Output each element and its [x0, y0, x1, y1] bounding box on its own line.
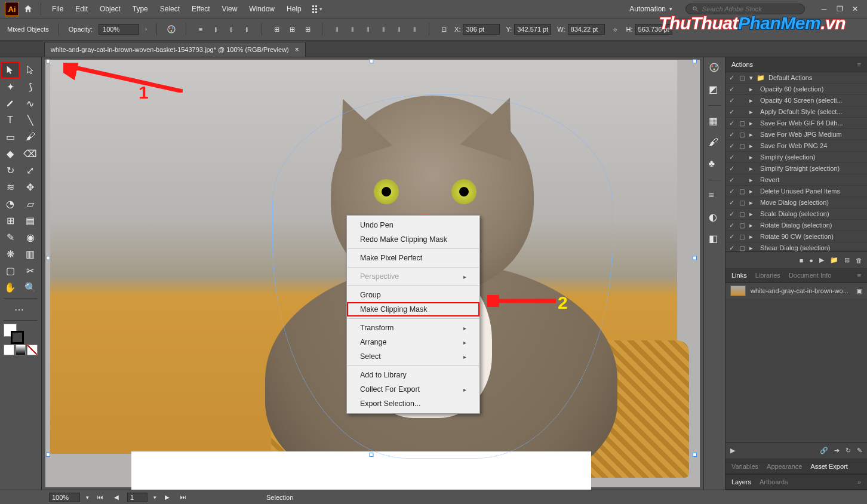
tab-libraries[interactable]: Libraries [755, 272, 780, 279]
app-logo[interactable]: Ai [5, 2, 19, 16]
tab-variables[interactable]: Variables [731, 463, 758, 470]
type-tool[interactable]: T [1, 112, 19, 128]
action-row[interactable]: ✓▸Opacity 40 Screen (selecti... [725, 95, 867, 106]
transparency-panel-icon[interactable]: ◧ [709, 233, 721, 245]
action-set-row[interactable]: ✓▢ ▾📁 Default Actions [725, 72, 867, 84]
ref-point-icon[interactable]: ⊡ [439, 24, 448, 34]
w-input[interactable] [568, 24, 605, 35]
shape-builder-tool[interactable]: ◔ [1, 196, 19, 211]
align-icon[interactable]: ⫿ [227, 24, 236, 34]
column-graph-tool[interactable]: ▥ [21, 246, 39, 262]
action-row[interactable]: ✓▢▸Rotate Dialog (selection) [725, 220, 867, 231]
x-input[interactable] [463, 24, 500, 35]
align-icon[interactable]: ⫿ [242, 24, 252, 34]
menu-help[interactable]: Help [282, 2, 306, 16]
menu-type[interactable]: Type [128, 2, 153, 16]
close-button[interactable]: ✕ [848, 3, 862, 15]
link-row[interactable]: white-and-gray-cat-in-brown-wo... ▣ [725, 283, 867, 299]
action-row[interactable]: ✓▢▸Move Dialog (selection) [725, 197, 867, 208]
search-input[interactable] [702, 5, 798, 13]
color-panel-icon[interactable] [709, 62, 721, 74]
ctx-add-library[interactable]: Add to Library [347, 368, 479, 382]
line-tool[interactable]: ╲ [21, 112, 39, 128]
action-row[interactable]: ✓▢▸Delete Unused Panel Items [725, 186, 867, 197]
slice-tool[interactable]: ✂ [21, 263, 39, 278]
color-guide-icon[interactable]: ◩ [709, 84, 721, 96]
artboard-tool[interactable]: ▢ [1, 263, 19, 278]
home-icon[interactable] [21, 2, 35, 16]
recolor-icon[interactable] [167, 24, 176, 34]
h-input[interactable] [635, 24, 672, 35]
direct-selection-tool[interactable] [21, 62, 39, 78]
eraser-tool[interactable]: ⌫ [21, 146, 39, 161]
tab-links[interactable]: Links [731, 272, 747, 279]
tab-asset-export[interactable]: Asset Export [810, 463, 847, 470]
action-row[interactable]: ✓▢▸Save For Web GIF 64 Dith... [725, 118, 867, 129]
gradient-panel-icon[interactable]: ◐ [709, 211, 721, 223]
menu-view[interactable]: View [217, 2, 242, 16]
tab-artboards[interactable]: Artboards [760, 478, 788, 485]
align-icon[interactable]: ≡ [196, 24, 205, 34]
actions-list[interactable]: ✓▢ ▾📁 Default Actions ✓▸Opacity 60 (sele… [725, 72, 867, 251]
distribute-icon[interactable]: ⫴ [410, 24, 419, 34]
pen-tool[interactable] [1, 96, 19, 111]
ctx-select[interactable]: Select▸ [347, 349, 479, 364]
edit-original-icon[interactable]: ✎ [857, 447, 862, 454]
ctx-transform[interactable]: Transform▸ [347, 321, 479, 335]
align-icon[interactable]: ⊞ [272, 24, 281, 34]
search-stock[interactable] [685, 4, 805, 14]
link-wh-icon[interactable]: ⟐ [611, 24, 620, 34]
zoom-input[interactable] [49, 493, 80, 502]
shaper-tool[interactable]: ◆ [1, 146, 19, 161]
align-icon[interactable]: ⊞ [287, 24, 297, 34]
blend-tool[interactable]: ◉ [21, 229, 39, 245]
symbols-panel-icon[interactable]: ♣ [709, 158, 721, 170]
ctx-group[interactable]: Group [347, 288, 479, 302]
width-tool[interactable]: ≋ [1, 179, 19, 195]
tab-document-info[interactable]: Document Info [789, 272, 832, 279]
document-tab[interactable]: white-and-gray-cat-in-brown-woven-basket… [44, 42, 306, 57]
distribute-icon[interactable]: ⫴ [363, 24, 373, 34]
ctx-arrange[interactable]: Arrange▸ [347, 335, 479, 349]
y-input[interactable] [514, 24, 551, 35]
menu-edit[interactable]: Edit [70, 2, 93, 16]
rotate-tool[interactable]: ↻ [1, 162, 19, 178]
prev-artboard-icon[interactable]: ◀ [112, 494, 121, 500]
align-icon[interactable]: ⊞ [303, 24, 312, 34]
action-row[interactable]: ✓▸Simplify (selection) [725, 152, 867, 163]
none-swatch[interactable] [27, 345, 38, 355]
action-row[interactable]: ✓▢▸Shear Dialog (selection) [725, 242, 867, 251]
menu-object[interactable]: Object [95, 2, 125, 16]
chevron-right-icon[interactable]: › [145, 26, 147, 32]
action-row[interactable]: ✓▸Simplify Straight (selection) [725, 163, 867, 174]
new-set-icon[interactable]: 📁 [830, 256, 838, 264]
brushes-panel-icon[interactable]: 🖌 [709, 137, 721, 149]
selection-tool[interactable] [1, 62, 19, 78]
eyedropper-tool[interactable]: ✎ [1, 229, 19, 245]
scale-tool[interactable]: ⤢ [21, 162, 39, 178]
gradient-swatch[interactable] [16, 345, 26, 355]
color-mode-swatches[interactable] [0, 343, 41, 357]
chevron-down-icon[interactable]: ▾ [319, 6, 322, 12]
mesh-tool[interactable]: ⊞ [1, 213, 19, 228]
stroke-panel-icon[interactable]: ≡ [709, 190, 721, 202]
curvature-tool[interactable]: ∿ [21, 96, 39, 111]
delete-icon[interactable]: 🗑 [856, 257, 862, 264]
action-row[interactable]: ✓▸Opacity 60 (selection) [725, 84, 867, 95]
action-row[interactable]: ✓▢▸Save For Web JPG Medium [725, 129, 867, 140]
fill-swatch[interactable] [4, 345, 14, 355]
zoom-tool[interactable]: 🔍 [21, 279, 39, 295]
tab-layers[interactable]: Layers [731, 478, 751, 485]
ctx-pixel-perfect[interactable]: Make Pixel Perfect [347, 251, 479, 265]
tab-appearance[interactable]: Appearance [767, 463, 802, 470]
action-row[interactable]: ✓▸Apply Default Style (select... [725, 106, 867, 118]
ctx-undo[interactable]: Undo Pen [347, 218, 479, 232]
gradient-tool[interactable]: ▤ [21, 213, 39, 228]
stop-icon[interactable]: ■ [800, 257, 804, 264]
paintbrush-tool[interactable]: 🖌 [21, 129, 39, 145]
magic-wand-tool[interactable]: ✦ [1, 79, 19, 94]
action-row[interactable]: ✓▢▸Save For Web PNG 24 [725, 140, 867, 152]
artboard-num-input[interactable] [127, 493, 147, 502]
ctx-collect-export[interactable]: Collect For Export▸ [347, 382, 479, 397]
opacity-input[interactable] [99, 24, 139, 35]
